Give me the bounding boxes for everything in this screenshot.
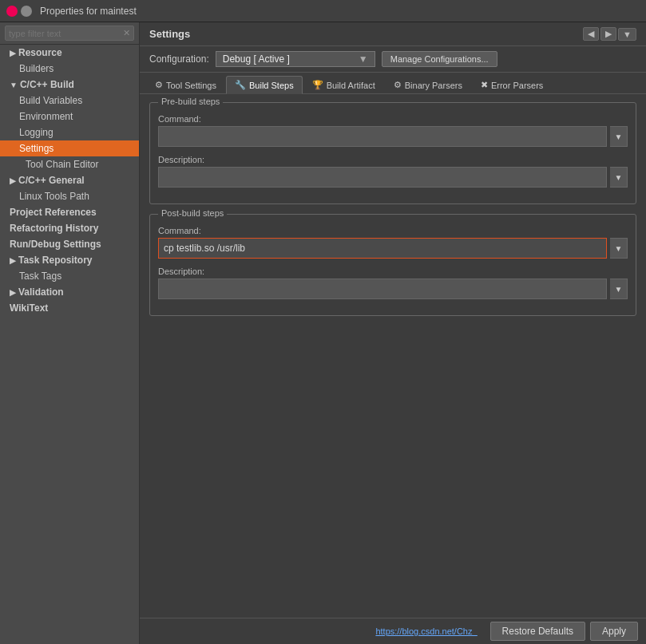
config-value: Debug [ Active ]: [223, 53, 290, 65]
sidebar-item-task-repository[interactable]: ▶Task Repository: [0, 252, 139, 268]
tab-icon-error-parsers: ✖: [481, 80, 488, 90]
sidebar-item-label: Tool Chain Editor: [26, 159, 98, 170]
settings-header: Settings ◀ ▶ ▼: [140, 22, 646, 46]
back-button[interactable]: ◀: [583, 27, 599, 41]
post-description-label: Description:: [158, 267, 628, 276]
tab-label-build-steps: Build Steps: [249, 81, 294, 90]
sidebar-item-label: Logging: [19, 127, 54, 138]
apply-button[interactable]: Apply: [590, 622, 638, 641]
sidebar-item-c-cpp-general[interactable]: ▶C/C++ General: [0, 172, 139, 188]
pre-description-row: ▼: [158, 167, 628, 188]
config-row: Configuration: Debug [ Active ] ▼ Manage…: [140, 46, 646, 73]
pre-command-row: ▼: [158, 126, 628, 147]
sidebar-item-label: Task Tags: [19, 271, 61, 282]
window-controls: [6, 6, 32, 17]
title-bar: Properties for maintest: [0, 0, 646, 22]
tree-arrow: ▶: [10, 288, 16, 297]
sidebar-item-project-references[interactable]: Project References: [0, 204, 139, 220]
tree-arrow: ▶: [10, 49, 16, 57]
config-select[interactable]: Debug [ Active ] ▼: [216, 51, 375, 67]
sidebar-item-label: Project References: [10, 207, 97, 218]
tree-arrow: ▼: [10, 81, 18, 89]
pre-command-input[interactable]: [158, 126, 607, 147]
nav-arrows: ◀ ▶ ▼: [583, 27, 636, 41]
tab-tool-settings[interactable]: ⚙Tool Settings: [146, 76, 225, 93]
sidebar-item-refactoring-history[interactable]: Refactoring History: [0, 220, 139, 236]
pre-build-legend: Pre-build steps: [158, 97, 223, 106]
sidebar-item-wikitext[interactable]: WikiText: [0, 300, 139, 316]
forward-button[interactable]: ▶: [600, 27, 616, 41]
sidebar: ✕ ▶ResourceBuilders▼C/C++ BuildBuild Var…: [0, 22, 140, 644]
sidebar-item-label: Refactoring History: [10, 223, 98, 234]
manage-configurations-button[interactable]: Manage Configurations...: [382, 51, 497, 67]
sidebar-item-resource[interactable]: ▶Resource: [0, 45, 139, 61]
sidebar-item-environment[interactable]: Environment: [0, 109, 139, 124]
tab-label-build-artifact: Build Artifact: [327, 81, 375, 90]
post-command-label: Command:: [158, 226, 628, 235]
sidebar-item-label: Build Variables: [19, 95, 82, 106]
pre-description-label: Description:: [158, 155, 628, 164]
tab-label-error-parsers: Error Parsers: [491, 81, 543, 90]
sidebar-item-label: C/C++ General: [18, 175, 85, 186]
tab-build-artifact[interactable]: 🏆Build Artifact: [303, 76, 384, 93]
config-dropdown-icon: ▼: [359, 53, 368, 65]
tab-label-binary-parsers: Binary Parsers: [405, 81, 462, 90]
pre-command-dropdown[interactable]: ▼: [610, 126, 628, 147]
post-description-row: ▼: [158, 279, 628, 299]
content-panel: Settings ◀ ▶ ▼ Configuration: Debug [ Ac…: [140, 22, 646, 644]
tab-icon-build-steps: 🔧: [235, 80, 246, 90]
tree-arrow: ▶: [10, 176, 16, 185]
tab-icon-binary-parsers: ⚙: [394, 80, 402, 90]
filter-box: ✕: [0, 22, 139, 45]
post-command-row: ▼: [158, 238, 628, 259]
sidebar-item-build-variables[interactable]: Build Variables: [0, 93, 139, 109]
pre-command-label: Command:: [158, 114, 628, 124]
sidebar-item-builders[interactable]: Builders: [0, 61, 139, 77]
sidebar-item-run-debug-settings[interactable]: Run/Debug Settings: [0, 236, 139, 252]
sidebar-item-label: Task Repository: [18, 255, 92, 266]
pre-build-body: Command: ▼ Description: ▼: [150, 103, 636, 203]
tabs: ⚙Tool Settings🔧Build Steps🏆Build Artifac…: [140, 73, 646, 94]
sidebar-item-label: Environment: [19, 111, 73, 122]
post-description-input[interactable]: [158, 279, 607, 299]
sidebar-item-tool-chain-editor[interactable]: Tool Chain Editor: [0, 156, 139, 172]
clear-filter-button[interactable]: ✕: [123, 28, 130, 38]
bottom-link: https://blog.csdn.net/Chz_: [148, 626, 478, 636]
sidebar-item-label: Builders: [19, 63, 54, 74]
sidebar-item-label: Settings: [19, 143, 54, 154]
tab-build-steps[interactable]: 🔧Build Steps: [226, 76, 303, 94]
post-build-legend: Post-build steps: [158, 208, 227, 218]
pre-description-dropdown[interactable]: ▼: [610, 167, 628, 188]
sidebar-item-label: C/C++ Build: [20, 79, 74, 90]
post-description-dropdown[interactable]: ▼: [610, 279, 628, 299]
sidebar-item-c-cpp-build[interactable]: ▼C/C++ Build: [0, 77, 139, 93]
sidebar-item-validation[interactable]: ▶Validation: [0, 284, 139, 300]
tab-icon-build-artifact: 🏆: [312, 80, 323, 90]
tree-items: ▶ResourceBuilders▼C/C++ BuildBuild Varia…: [0, 45, 139, 316]
post-command-input[interactable]: [158, 238, 607, 259]
sidebar-item-logging[interactable]: Logging: [0, 124, 139, 140]
minimize-button[interactable]: [21, 6, 32, 17]
post-command-dropdown[interactable]: ▼: [610, 238, 628, 259]
sidebar-item-label: Linux Tools Path: [19, 191, 89, 202]
bottom-bar: https://blog.csdn.net/Chz_ Restore Defau…: [140, 618, 646, 644]
filter-input-wrapper[interactable]: ✕: [5, 26, 134, 41]
config-label: Configuration:: [149, 53, 209, 65]
filter-input[interactable]: [9, 29, 123, 38]
tab-error-parsers[interactable]: ✖Error Parsers: [472, 76, 552, 93]
tree-arrow: ▶: [10, 256, 16, 265]
sidebar-item-linux-tools-path[interactable]: Linux Tools Path: [0, 188, 139, 204]
dropdown-nav-button[interactable]: ▼: [618, 28, 636, 41]
close-button[interactable]: [6, 6, 18, 17]
tab-icon-tool-settings: ⚙: [155, 80, 163, 90]
sidebar-item-label: Resource: [18, 47, 62, 58]
sidebar-item-label: Validation: [18, 286, 64, 298]
restore-defaults-button[interactable]: Restore Defaults: [490, 622, 585, 641]
pre-description-input[interactable]: [158, 167, 607, 188]
main-panel: Pre-build steps Command: ▼ Description: …: [140, 94, 646, 618]
sidebar-item-task-tags[interactable]: Task Tags: [0, 268, 139, 284]
sidebar-item-settings[interactable]: Settings: [0, 140, 139, 156]
sidebar-item-label: WikiText: [10, 302, 48, 314]
tab-binary-parsers[interactable]: ⚙Binary Parsers: [385, 76, 471, 93]
settings-title: Settings: [149, 28, 190, 40]
